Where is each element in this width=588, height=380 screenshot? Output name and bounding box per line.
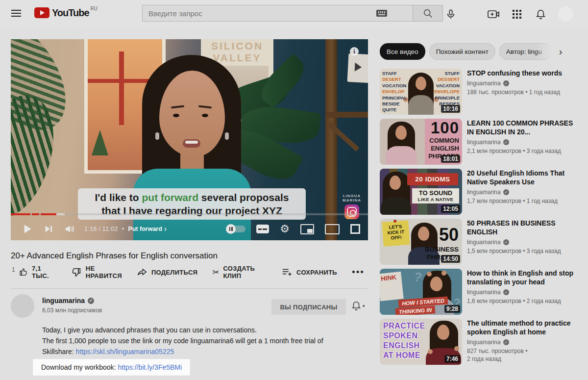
thumb-up-icon — [19, 267, 28, 278]
chip-related-content[interactable]: Похожий контент — [429, 43, 495, 60]
related-video-item[interactable]: ? ? ? HINK HOW I STARTED THINKING IN ENG… — [380, 269, 578, 315]
apps-grid-button[interactable] — [509, 9, 525, 20]
create-video-button[interactable] — [484, 8, 503, 20]
related-channel[interactable]: linguamarina✓ — [467, 189, 578, 196]
search-area — [142, 5, 443, 22]
search-input[interactable] — [142, 5, 413, 22]
video-player[interactable]: SAN FRANCISCO SILICON VALLEY i — [11, 39, 368, 240]
video-thumbnail[interactable]: PRACTICE SPOKEN ENGLISH AT HOME 7:46 — [380, 319, 462, 365]
related-video-title[interactable]: The ultimate method to practice spoken E… — [467, 319, 578, 336]
related-video-title[interactable]: LEARN 100 COMMON PHRASES IN ENGLISH IN 2… — [467, 119, 578, 136]
video-title: 20+ Advanced English Phrases for English… — [11, 251, 364, 261]
chapter-button[interactable]: Put forward› — [128, 226, 167, 232]
shelf-illustration — [325, 39, 337, 240]
video-thumbnail[interactable]: LET'S KICK IT OFF! 50 BUSINESS PHRASES 1… — [380, 219, 462, 265]
share-icon — [137, 267, 147, 278]
fullscreen-button[interactable] — [350, 224, 360, 234]
related-channel[interactable]: linguamarina✓ — [467, 289, 578, 296]
subscribed-button[interactable]: ВЫ ПОДПИСАНЫ — [271, 299, 346, 315]
duration-badge: 18:01 — [441, 155, 460, 163]
volume-icon — [64, 223, 75, 235]
video-thumbnail[interactable]: 100 COMMON ENGLISH PHRASES 18:01 — [380, 119, 462, 165]
subtitles-button[interactable] — [256, 225, 269, 233]
scissors-icon: ✂ — [212, 267, 219, 278]
virtual-keyboard-icon[interactable] — [376, 10, 387, 17]
verified-badge-icon: ✓ — [503, 80, 509, 86]
voice-search-button[interactable] — [442, 8, 459, 21]
related-channel[interactable]: linguamarina✓ — [467, 80, 578, 87]
playlist-add-icon — [282, 267, 293, 277]
apps-grid-icon — [512, 9, 522, 19]
related-video-item[interactable]: LET'S KICK IT OFF! 50 BUSINESS PHRASES 1… — [380, 219, 578, 265]
verified-badge-icon: ✓ — [503, 289, 509, 295]
save-button[interactable]: СОХРАНИТЬ — [282, 267, 337, 277]
create-video-icon — [487, 9, 500, 20]
search-button[interactable] — [413, 5, 443, 22]
channel-name[interactable]: linguamarina ✓ — [42, 297, 94, 304]
bell-icon — [535, 8, 546, 20]
related-channel[interactable]: linguamarina✓ — [467, 339, 578, 346]
description-line: The first 1,000 people to use the link o… — [42, 335, 339, 357]
related-video-title[interactable]: 50 PHRASES IN BUSINESS ENGLISH — [467, 219, 578, 236]
workbook-link[interactable]: https://bit.ly/3Fe5BMi — [118, 363, 182, 371]
dislike-button[interactable]: НЕ НРАВИТСЯ — [71, 265, 122, 279]
volume-button[interactable] — [64, 223, 75, 235]
channel-avatar[interactable] — [11, 294, 34, 318]
related-meta: 1,7 млн просмотров • 1 год назад — [467, 197, 578, 205]
video-info-icon[interactable]: i — [350, 47, 359, 56]
related-channel[interactable]: linguamarina✓ — [467, 139, 578, 146]
youtube-watch-page: YouTube RU — [0, 0, 588, 380]
theater-mode-button[interactable] — [325, 224, 340, 234]
related-meta: 188 тыс. просмотров • 1 год назад — [467, 88, 578, 96]
related-video-title[interactable]: STOP confusing these words — [467, 69, 578, 77]
settings-button[interactable]: ⚙ — [280, 224, 290, 234]
duration-badge: 14:50 — [441, 255, 460, 263]
related-video-item[interactable]: 20 IDIOMS TO SOUNDLIKE A NATIVE 12:05 20… — [380, 169, 578, 215]
player-controls: 1:16 / 11:02 • Put forward› ⚙ — [11, 218, 368, 240]
verified-badge-icon: ✓ — [88, 298, 94, 304]
more-actions-button[interactable]: ••• — [352, 270, 365, 275]
progress-bar[interactable] — [11, 213, 368, 215]
youtube-logo[interactable]: YouTube RU — [34, 7, 98, 18]
pause-icon — [226, 224, 236, 234]
related-video-item[interactable]: PRACTICE SPOKEN ENGLISH AT HOME 7:46 The… — [380, 319, 578, 365]
create-clip-button[interactable]: ✂ СОЗДАТЬ КЛИП — [212, 265, 267, 279]
related-video-title[interactable]: 20 Useful English Idioms That Native Spe… — [467, 169, 578, 186]
like-button[interactable]: 7,1 ТЫС. — [19, 265, 56, 279]
top-bar: YouTube RU — [0, 0, 588, 27]
notification-preference-button[interactable]: ▾ — [351, 300, 365, 311]
verified-badge-icon: ✓ — [503, 189, 509, 195]
chip-from-author[interactable]: Автор: lingu — [499, 43, 551, 60]
autoplay-toggle[interactable] — [227, 226, 245, 232]
related-filter-chips: Все видео Похожий контент Автор: lingu › — [380, 43, 562, 60]
verified-badge-icon: ✓ — [503, 239, 509, 245]
divider — [11, 288, 368, 289]
time-display: 1:16 / 11:02 — [84, 226, 118, 232]
caret-down-icon: ▾ — [363, 304, 365, 308]
video-thumbnail[interactable]: ? ? ? HINK HOW I STARTED THINKING IN ENG… — [380, 269, 462, 315]
video-thumbnail[interactable]: STAFFDESERTVOCATIONENVELOPPRINCIPALBESID… — [380, 69, 462, 115]
thumb-down-icon — [71, 267, 82, 278]
skillshare-link[interactable]: https://skl.sh/linguamarina05225 — [75, 348, 174, 355]
video-thumbnail[interactable]: 20 IDIOMS TO SOUNDLIKE A NATIVE 12:05 — [380, 169, 462, 215]
related-video-title[interactable]: How to think in English and stop transla… — [467, 269, 578, 286]
related-meta: 827 тыс. просмотров • 2 года назад — [467, 347, 578, 363]
chip-all-videos[interactable]: Все видео — [380, 43, 425, 60]
miniplayer-button[interactable] — [300, 224, 314, 234]
notifications-button[interactable] — [532, 8, 549, 21]
related-channel[interactable]: linguamarina✓ — [467, 239, 578, 246]
account-avatar[interactable] — [558, 6, 573, 22]
next-button[interactable] — [43, 224, 54, 234]
microphone-icon — [445, 8, 456, 20]
play-button[interactable] — [21, 223, 33, 235]
duration-badge: 7:46 — [444, 355, 460, 363]
verified-badge-icon: ✓ — [503, 339, 509, 345]
chevron-right-icon: › — [164, 226, 167, 232]
chips-scroll-right-icon[interactable]: › — [559, 47, 563, 56]
related-video-item[interactable]: STAFFDESERTVOCATIONENVELOPPRINCIPALBESID… — [380, 69, 578, 115]
next-icon — [43, 224, 54, 234]
related-video-item[interactable]: 100 COMMON ENGLISH PHRASES 18:01 LEARN 1… — [380, 119, 578, 165]
share-button[interactable]: ПОДЕЛИТЬСЯ — [137, 267, 197, 278]
related-meta: 1,6 млн просмотров • 2 года назад — [467, 297, 578, 305]
guide-menu-icon[interactable] — [11, 10, 21, 17]
